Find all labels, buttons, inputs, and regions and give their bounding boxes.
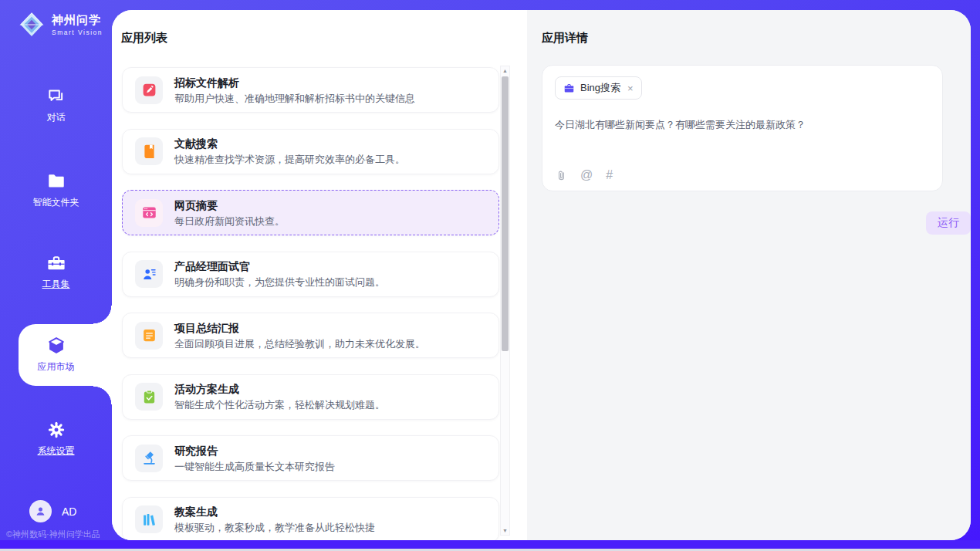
app-list-item-bid-parse[interactable]: 招标文件解析 帮助用户快速、准确地理解和解析招标书中的关键信息 [122, 67, 499, 113]
app-list-item-lesson-plan[interactable]: 教案生成 模板驱动，教案秒成，教学准备从此轻松快捷 [122, 497, 499, 541]
app-list: 招标文件解析 帮助用户快速、准确地理解和解析招标书中的关键信息 文献搜索 快速精… [122, 67, 499, 540]
app-list-item-web-summary[interactable]: 网页摘要 每日政府新闻资讯快查。 [122, 190, 499, 235]
toolbox-icon [46, 253, 66, 273]
briefcase-icon [563, 83, 575, 94]
app-desc: 模板驱动，教案秒成，教学准备从此轻松快捷 [174, 521, 375, 534]
app-desc: 每日政府新闻资讯快查。 [174, 215, 285, 228]
tool-chip-bing-search[interactable]: Bing搜索 × [555, 76, 642, 100]
app-title: 研究报告 [174, 444, 335, 458]
cube-icon [46, 336, 66, 356]
edit-square-icon [135, 76, 163, 104]
close-icon[interactable]: × [627, 83, 634, 94]
app-list-item-pm-interviewer[interactable]: 产品经理面试官 明确身份和职责，为您提供专业性的面试问题。 [122, 252, 499, 297]
user-avatar-icon [34, 505, 47, 518]
app-detail-panel: 应用详情 Bing搜索 × 今日湖北有哪些新闻要点？有哪些需要关注的最新政策？ [527, 10, 971, 540]
mention-icon[interactable]: @ [580, 169, 593, 181]
app-list-panel: 应用列表 招标文件解析 帮助用户快速、准确地理解和解析招标书中的关键信息 文献搜… [112, 10, 527, 540]
user-account[interactable]: AD [29, 500, 76, 522]
app-desc: 快速精准查找学术资源，提高研究效率的必备工具。 [174, 153, 405, 166]
sidebar-item-label: 工具集 [0, 278, 112, 291]
prompt-input[interactable]: 今日湖北有哪些新闻要点？有哪些需要关注的最新政策？ [555, 118, 930, 132]
avatar [29, 500, 52, 522]
folder-icon [46, 171, 66, 191]
run-button[interactable]: 运行 [926, 211, 971, 235]
scrollbar-track[interactable]: ▲ ▼ [500, 66, 510, 536]
prompt-card: Bing搜索 × 今日湖北有哪些新闻要点？有哪些需要关注的最新政策？ @ # [542, 65, 943, 191]
user-initials: AD [62, 505, 76, 518]
content-area: 应用列表 招标文件解析 帮助用户快速、准确地理解和解析招标书中的关键信息 文献搜… [112, 10, 971, 540]
browser-code-icon [135, 199, 163, 227]
sidebar-item-settings[interactable]: 系统设置 [0, 420, 112, 458]
sidebar-item-label: 智能文件夹 [0, 196, 112, 209]
sidebar-item-toolset[interactable]: 工具集 [0, 253, 112, 291]
gem-logo-icon [17, 10, 46, 39]
microscope-icon [135, 445, 163, 472]
app-list-item-event-plan[interactable]: 活动方案生成 智能生成个性化活动方案，轻松解决规划难题。 [122, 374, 499, 420]
app-title: 活动方案生成 [174, 382, 385, 396]
interviewer-icon [135, 260, 163, 288]
app-list-item-research-report[interactable]: 研究报告 一键智能生成高质量长文本研究报告 [122, 435, 499, 481]
app-detail-title: 应用详情 [542, 31, 971, 46]
app-desc: 全面回顾项目进展，总结经验教训，助力未来优化发展。 [174, 337, 425, 350]
run-row: 运行 [542, 211, 971, 235]
app-title: 项目总结汇报 [174, 321, 425, 335]
app-list-title: 应用列表 [121, 31, 527, 46]
books-icon [135, 505, 163, 533]
sidebar-item-label: 对话 [0, 111, 112, 124]
attachment-icon[interactable] [556, 170, 567, 181]
hashtag-icon[interactable]: # [606, 169, 613, 181]
scrollbar-thumb[interactable] [502, 76, 509, 351]
app-desc: 智能生成个性化活动方案，轻松解决规划难题。 [174, 398, 385, 411]
app-desc: 帮助用户快速、准确地理解和解析招标书中的关键信息 [174, 92, 415, 105]
clipboard-check-icon [135, 383, 163, 411]
sidebar-item-app-market[interactable]: 应用市场 [0, 324, 112, 386]
gear-icon [46, 420, 66, 440]
app-list-item-literature-search[interactable]: 文献搜索 快速精准查找学术资源，提高研究效率的必备工具。 [122, 129, 499, 174]
app-title: 招标文件解析 [174, 76, 415, 90]
bottom-accent-bar [0, 540, 980, 549]
book-icon [135, 137, 163, 165]
scroll-up-icon[interactable]: ▲ [501, 68, 509, 73]
note-icon [135, 322, 163, 350]
scroll-down-icon[interactable]: ▼ [501, 528, 509, 533]
prompt-toolbar: @ # [556, 169, 613, 181]
sidebar-item-smart-folder[interactable]: 智能文件夹 [0, 171, 112, 209]
app-title: 网页摘要 [174, 198, 285, 212]
copyright-footer: ©神州数码·神州问学出品 [6, 529, 100, 540]
app-desc: 一键智能生成高质量长文本研究报告 [174, 460, 335, 473]
app-title: 教案生成 [174, 505, 375, 519]
brand-logo: 神州问学 Smart Vision [17, 10, 103, 39]
sidebar: 神州问学 Smart Vision 对话 智能文件夹 工具集 [0, 0, 112, 540]
chat-icon [46, 86, 66, 106]
brand-name: 神州问学 [52, 13, 103, 28]
sidebar-item-label: 应用市场 [0, 360, 112, 374]
sidebar-item-label: 系统设置 [0, 445, 112, 458]
app-title: 文献搜索 [174, 137, 405, 150]
sidebar-item-chat[interactable]: 对话 [0, 86, 112, 124]
app-list-item-project-summary[interactable]: 项目总结汇报 全面回顾项目进展，总结经验教训，助力未来优化发展。 [122, 313, 499, 358]
app-title: 产品经理面试官 [174, 259, 385, 273]
app-desc: 明确身份和职责，为您提供专业性的面试问题。 [174, 276, 385, 289]
tool-chip-label: Bing搜索 [580, 81, 620, 95]
brand-subtitle: Smart Vision [52, 29, 103, 36]
